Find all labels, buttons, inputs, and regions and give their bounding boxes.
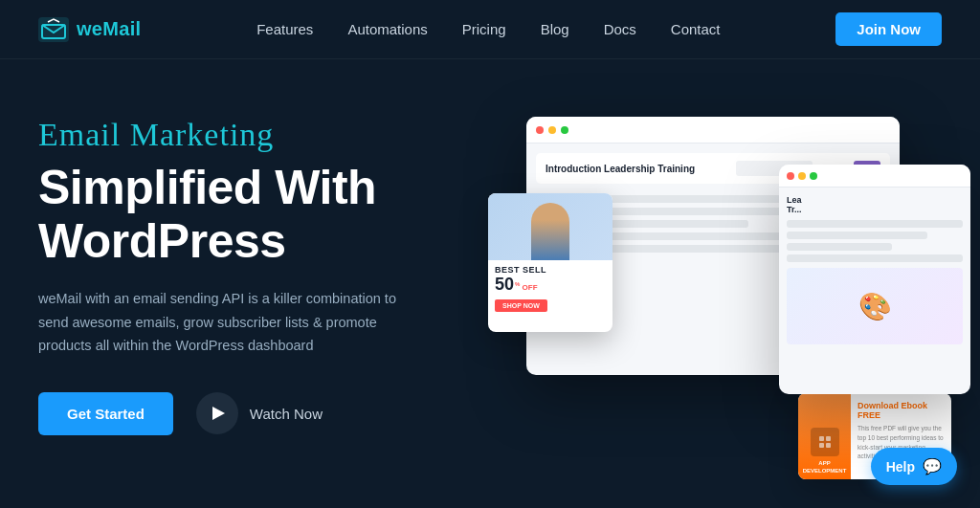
svg-rect-5: [826, 443, 831, 448]
ph-line: [787, 220, 963, 228]
svg-rect-2: [819, 436, 824, 441]
watch-now-label: Watch Now: [250, 406, 323, 422]
watch-now-button[interactable]: Watch Now: [196, 392, 323, 434]
svg-rect-3: [826, 436, 831, 441]
shop-now-btn: SHOP NOW: [495, 299, 547, 312]
navbar: weMail Features Automations Pricing Blog…: [0, 0, 980, 59]
ad-card-best-sell: BEST SELL 50 % OFF SHOP NOW: [488, 193, 612, 332]
hero-actions: Get Started Watch Now: [38, 392, 498, 435]
browser-page-title: Introduction Leadership Training: [546, 164, 695, 174]
nav-link-blog[interactable]: Blog: [541, 21, 569, 37]
ad-card-image: [488, 193, 612, 260]
dot-green-2: [810, 172, 817, 180]
logo[interactable]: weMail: [38, 17, 141, 42]
wemail-logo-icon: [38, 17, 69, 42]
join-now-button[interactable]: Join Now: [835, 12, 942, 46]
browser2-illustration: 🎨: [787, 268, 963, 344]
dot-red-2: [787, 172, 794, 180]
browser2-lines: [787, 220, 963, 262]
dot-yellow: [548, 126, 556, 134]
hero-section: Email Marketing Simplified With WordPres…: [0, 59, 980, 508]
ad-card-body: BEST SELL 50 % OFF SHOP NOW: [488, 260, 612, 317]
ph-line: [787, 232, 927, 239]
ebook-image: APP DEVELOPMENT: [798, 393, 851, 479]
dot-yellow-2: [798, 172, 806, 180]
hero-title: Simplified With WordPress: [38, 161, 498, 268]
help-button[interactable]: Help 💬: [871, 448, 957, 485]
price-row: 50 % OFF: [495, 275, 606, 295]
ad-off: % OFF: [515, 281, 538, 292]
person-silhouette: [531, 203, 569, 260]
browser-content-2: LeaTr... 🎨: [779, 188, 970, 352]
nav-links: Features Automations Pricing Blog Docs C…: [256, 21, 720, 38]
browser-bar-2: [779, 165, 970, 188]
app-icon: [817, 434, 833, 450]
nav-link-docs[interactable]: Docs: [604, 21, 636, 37]
ph-line: [787, 254, 963, 262]
nav-link-automations[interactable]: Automations: [347, 21, 427, 37]
nav-link-features[interactable]: Features: [256, 21, 313, 37]
ph-line: [787, 243, 892, 251]
browser2-title: LeaTr...: [787, 195, 963, 214]
get-started-button[interactable]: Get Started: [38, 392, 173, 435]
ebook-title: Download Ebook FREE: [858, 401, 945, 420]
dot-red: [536, 126, 544, 134]
hero-description: weMail with an email sending API is a ki…: [38, 287, 421, 358]
hero-illustration: Introduction Leadership Training: [498, 107, 942, 508]
chat-icon: 💬: [923, 457, 942, 475]
browser-bar: [526, 117, 900, 144]
browser-mockup-secondary: LeaTr... 🎨: [779, 165, 970, 394]
ad-price: 50: [495, 275, 514, 295]
ebook-app-label: APP DEVELOPMENT: [798, 460, 851, 475]
hero-tagline: Email Marketing: [38, 117, 498, 153]
nav-link-pricing[interactable]: Pricing: [462, 21, 506, 37]
help-label: Help: [886, 459, 915, 475]
best-sell-label: BEST SELL: [495, 265, 606, 275]
ebook-app-icon: [811, 428, 839, 456]
svg-rect-4: [819, 443, 824, 448]
nav-link-contact[interactable]: Contact: [671, 21, 721, 37]
dot-green: [561, 126, 568, 134]
hero-content: Email Marketing Simplified With WordPres…: [38, 107, 498, 435]
play-icon[interactable]: [196, 392, 238, 434]
logo-text: weMail: [77, 18, 141, 40]
